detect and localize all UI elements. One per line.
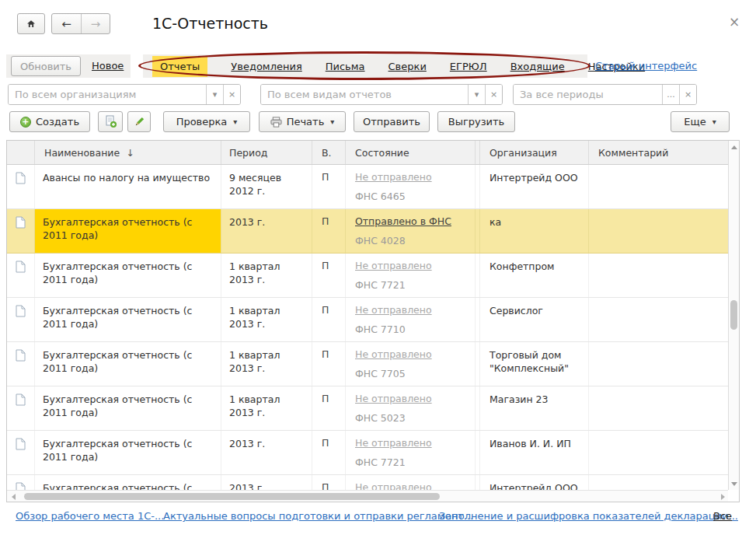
horizontal-scroll-thumb[interactable]: [24, 493, 440, 500]
scroll-left-icon[interactable]: [12, 494, 16, 500]
table-row[interactable]: Бухгалтерская отчетность (с 2011 года) 2…: [7, 209, 729, 254]
chevron-down-icon: ▾: [233, 117, 237, 126]
row-period-cell: 9 месяцев 2012 г.: [221, 165, 312, 208]
print-button[interactable]: Печать ▾: [259, 111, 346, 132]
table-row[interactable]: Авансы по налогу на имущество 9 месяцев …: [7, 165, 729, 209]
report-type-filter: ▾ ×: [260, 84, 503, 105]
page-title: 1С-Отчетность: [152, 15, 268, 32]
column-header-name[interactable]: Наименование↓: [35, 141, 221, 164]
tab-reports[interactable]: Отчеты: [152, 56, 207, 77]
footer-link-all[interactable]: Все: [713, 510, 732, 522]
row-comment-cell: [589, 342, 729, 386]
footer-link-overview[interactable]: Обзор рабочего места 1С-...: [16, 510, 164, 522]
row-period-cell: 2013 г.: [221, 431, 312, 474]
column-header-icon[interactable]: [7, 141, 35, 164]
footer-link-questions[interactable]: Актуальные вопросы подготовки и отправки…: [163, 510, 473, 522]
period-filter-input[interactable]: [514, 85, 662, 104]
refresh-button[interactable]: Обновить: [11, 56, 81, 76]
new-link[interactable]: Новое: [92, 60, 124, 72]
clear-icon[interactable]: ×: [223, 85, 240, 104]
more-button[interactable]: Еще ▾: [671, 111, 730, 132]
pencil-icon: [134, 116, 145, 128]
edit-button[interactable]: [127, 111, 151, 132]
tab-notifications[interactable]: Уведомления: [231, 61, 301, 72]
row-comment-cell: [589, 475, 729, 491]
row-period-cell: 2013 г.: [221, 209, 312, 253]
check-button[interactable]: Проверка ▾: [163, 111, 250, 132]
column-header-status[interactable]: Состояние: [346, 141, 476, 164]
chevron-down-icon[interactable]: ▾: [206, 85, 223, 104]
scroll-down-icon[interactable]: [731, 482, 737, 486]
row-status-cell: Не отправлено ФНС 7721: [346, 254, 476, 297]
export-button[interactable]: Выгрузить: [437, 111, 515, 132]
row-organization-cell: Магазин 23: [480, 386, 589, 430]
column-header-v[interactable]: В.: [312, 141, 346, 164]
scroll-right-icon[interactable]: [721, 494, 725, 500]
create-button[interactable]: + Создать: [9, 111, 90, 132]
fns-label: ФНС 7721: [355, 279, 475, 291]
clear-icon[interactable]: ×: [679, 85, 696, 104]
chevron-down-icon: ▾: [712, 117, 716, 126]
row-name-cell: Бухгалтерская отчетность (с 2011 года): [35, 209, 221, 253]
home-button[interactable]: [17, 13, 45, 34]
close-icon[interactable]: ×: [729, 14, 740, 30]
status-link[interactable]: Не отправлено: [355, 304, 432, 316]
tab-incoming[interactable]: Входящие: [510, 61, 565, 72]
chevron-down-icon[interactable]: ▾: [468, 85, 485, 104]
send-button[interactable]: Отправить: [354, 111, 430, 132]
status-link[interactable]: Не отправлено: [355, 393, 432, 404]
table-row[interactable]: Бухгалтерская отчетность (с 2011 года) 2…: [7, 475, 729, 491]
back-button[interactable]: ←: [52, 14, 81, 33]
copy-document-button[interactable]: [98, 111, 123, 132]
table-row[interactable]: Бухгалтерская отчетность (с 2011 года) 1…: [7, 342, 729, 386]
column-header-comment[interactable]: Комментарий: [589, 141, 729, 164]
row-icon-cell: [7, 475, 35, 491]
status-link[interactable]: Не отправлено: [355, 437, 432, 449]
tab-egrul[interactable]: ЕГРЮЛ: [450, 61, 487, 72]
copy-document-icon: [104, 115, 117, 128]
organization-filter-input[interactable]: [9, 85, 206, 104]
report-type-filter-input[interactable]: [261, 85, 468, 104]
period-filter: ... ×: [513, 84, 697, 105]
status-link[interactable]: Отправлено в ФНС: [355, 215, 451, 227]
create-button-label: Создать: [36, 116, 79, 128]
row-organization-cell: Торговый дом "Комплексный": [480, 342, 589, 386]
chevron-down-icon: ▾: [330, 117, 334, 126]
row-v-cell: П: [312, 386, 346, 430]
row-comment-cell: [589, 254, 729, 297]
ellipsis-icon[interactable]: ...: [662, 85, 679, 104]
table-row[interactable]: Бухгалтерская отчетность (с 2011 года) 2…: [7, 431, 729, 475]
row-period-cell: 1 квартал 2013 г.: [221, 386, 312, 430]
row-icon-cell: [7, 431, 35, 474]
history-nav: ← →: [51, 13, 110, 34]
scroll-up-icon[interactable]: [731, 145, 737, 149]
row-v-cell: П: [312, 298, 346, 341]
status-link[interactable]: Не отправлено: [355, 260, 432, 271]
footer-link-filling[interactable]: Заполнение и расшифровка показателей дек…: [439, 510, 738, 522]
table-row[interactable]: Бухгалтерская отчетность (с 2011 года) 1…: [7, 254, 729, 298]
vertical-scroll-thumb[interactable]: [730, 300, 737, 330]
row-name-cell: Бухгалтерская отчетность (с 2011 года): [35, 342, 221, 386]
forward-button[interactable]: →: [81, 14, 110, 33]
row-period-cell: 2013 г.: [221, 475, 312, 491]
print-button-label: Печать: [287, 116, 325, 128]
table-row[interactable]: Бухгалтерская отчетность (с 2011 года) 1…: [7, 298, 729, 342]
tab-letters[interactable]: Письма: [326, 61, 365, 72]
vertical-scrollbar[interactable]: [728, 141, 739, 490]
table-row[interactable]: Бухгалтерская отчетность (с 2011 года) 1…: [7, 386, 729, 431]
document-icon: [16, 305, 26, 317]
more-button-label: Еще: [684, 116, 705, 128]
horizontal-scrollbar[interactable]: [7, 490, 728, 502]
column-header-period[interactable]: Период: [221, 141, 312, 164]
row-icon-cell: [7, 342, 35, 386]
row-v-cell: П: [312, 431, 346, 474]
old-interface-link[interactable]: Старый интерфейс: [595, 60, 697, 72]
document-icon: [16, 216, 26, 229]
column-header-organization[interactable]: Организация: [480, 141, 589, 164]
row-icon-cell: [7, 165, 35, 208]
tab-reconciliation[interactable]: Сверки: [388, 61, 427, 72]
row-status-cell: Не отправлено ФНС 7721: [346, 431, 476, 474]
clear-icon[interactable]: ×: [485, 85, 502, 104]
status-link[interactable]: Не отправлено: [355, 348, 432, 360]
status-link[interactable]: Не отправлено: [355, 171, 432, 183]
